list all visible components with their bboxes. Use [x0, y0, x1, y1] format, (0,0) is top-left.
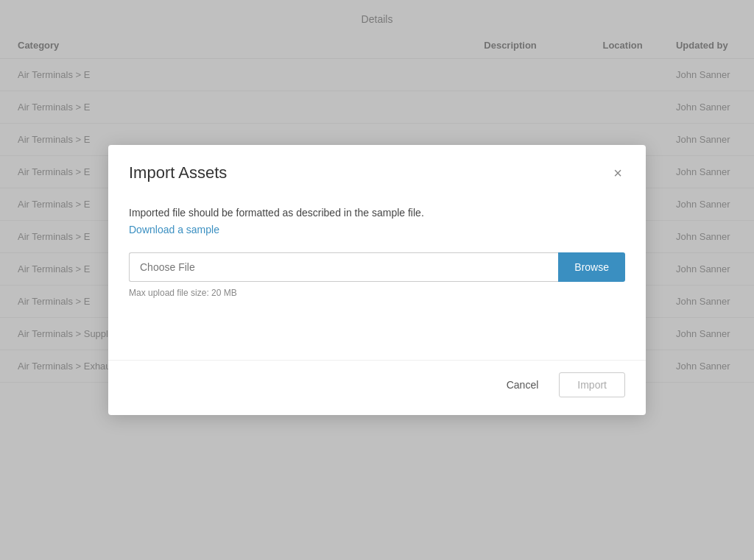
file-input[interactable] — [129, 252, 558, 282]
download-sample-link[interactable]: Download a sample — [129, 224, 219, 235]
import-button[interactable]: Import — [559, 372, 625, 397]
modal-footer: Cancel Import — [108, 360, 646, 415]
close-button[interactable]: × — [610, 163, 625, 183]
modal-body: Imported file should be formatted as des… — [108, 195, 646, 316]
browse-button[interactable]: Browse — [558, 252, 625, 282]
file-input-row: Browse — [129, 252, 625, 282]
modal-overlay: Import Assets × Imported file should be … — [0, 0, 754, 560]
info-text: Imported file should be formatted as des… — [129, 207, 625, 219]
modal-header: Import Assets × — [108, 145, 646, 195]
cancel-button[interactable]: Cancel — [495, 373, 551, 397]
modal-title: Import Assets — [129, 163, 227, 182]
import-assets-modal: Import Assets × Imported file should be … — [108, 145, 646, 415]
file-size-hint: Max upload file size: 20 MB — [129, 288, 625, 298]
